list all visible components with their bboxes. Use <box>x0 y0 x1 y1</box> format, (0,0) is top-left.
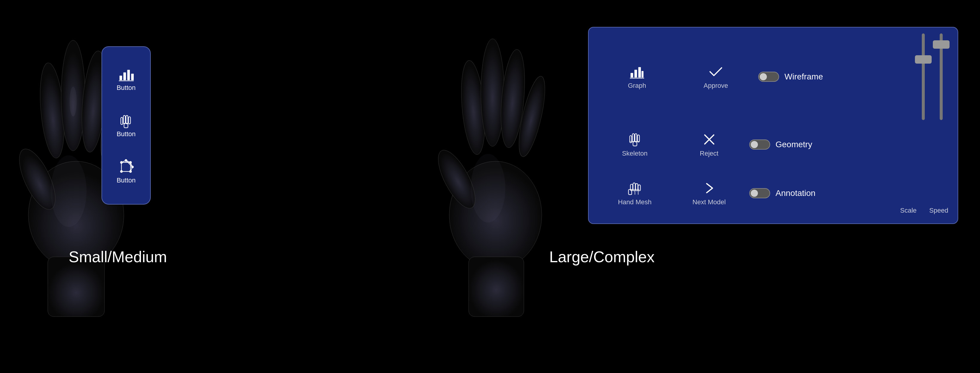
svg-rect-48 <box>637 135 640 142</box>
svg-rect-40 <box>634 70 637 78</box>
approve-label: Approve <box>703 82 728 89</box>
svg-rect-56 <box>628 189 632 194</box>
svg-rect-46 <box>632 134 634 142</box>
svg-rect-10 <box>124 72 126 80</box>
svg-rect-47 <box>635 134 637 142</box>
svg-rect-18 <box>129 117 131 124</box>
svg-rect-11 <box>127 70 130 80</box>
action-graph[interactable]: Graph <box>598 64 676 89</box>
skeleton-hand-icon <box>118 113 134 128</box>
geometry-label: Geometry <box>776 140 812 149</box>
svg-point-8 <box>70 87 77 116</box>
svg-rect-15 <box>121 117 123 124</box>
toggle-geometry[interactable] <box>749 139 770 150</box>
action-next-model[interactable]: Next Model <box>672 180 746 206</box>
scale-slider-track[interactable] <box>922 33 925 120</box>
hand-raised-icon <box>627 180 643 196</box>
bar-chart-icon <box>118 67 134 82</box>
svg-rect-16 <box>124 116 126 124</box>
svg-rect-60 <box>638 185 640 191</box>
speed-slider-track[interactable] <box>940 33 943 120</box>
svg-point-26 <box>130 161 132 164</box>
chevron-right-icon <box>702 180 717 196</box>
x-mark-icon <box>702 132 717 147</box>
small-panel-button-1[interactable]: Button <box>117 67 136 92</box>
action-hand-mesh[interactable]: Hand Mesh <box>598 180 672 206</box>
svg-line-24 <box>126 161 132 167</box>
svg-point-29 <box>125 159 127 161</box>
next-model-label: Next Model <box>692 198 725 206</box>
action-skeleton[interactable]: Skeleton <box>598 132 672 157</box>
hand-mesh-label: Hand Mesh <box>618 198 652 206</box>
skeleton-label: Skeleton <box>622 150 648 157</box>
svg-rect-12 <box>131 73 134 80</box>
speed-slider-label: Speed <box>929 207 947 214</box>
graph-label: Graph <box>628 82 646 89</box>
right-large-hand <box>433 6 558 320</box>
svg-rect-39 <box>630 73 633 77</box>
toggle-annotation-row: Annotation <box>746 188 898 198</box>
small-panel: Button Button Button <box>102 46 151 204</box>
checkmark-icon <box>708 64 724 80</box>
large-complex-label: Large/Complex <box>549 248 655 266</box>
svg-point-38 <box>471 154 505 223</box>
toggle-annotation[interactable] <box>749 188 770 198</box>
small-panel-button-1-label: Button <box>117 84 136 92</box>
action-reject[interactable]: Reject <box>672 132 746 157</box>
svg-rect-17 <box>126 116 128 124</box>
svg-rect-6 <box>48 257 105 317</box>
skeleton-hand-icon-large <box>627 132 643 147</box>
wireframe-label: Wireframe <box>784 72 823 81</box>
svg-point-27 <box>121 171 123 173</box>
scale-slider-label: Scale <box>899 207 917 214</box>
small-panel-button-2-label: Button <box>117 130 136 138</box>
svg-point-28 <box>130 171 132 173</box>
scale-slider-thumb[interactable] <box>915 55 932 64</box>
graph-icon <box>629 64 645 80</box>
svg-point-7 <box>51 155 87 227</box>
cube-skeleton-icon <box>118 159 134 175</box>
svg-point-34 <box>481 39 504 146</box>
sliders-area <box>916 33 949 120</box>
svg-point-25 <box>121 161 123 164</box>
svg-rect-9 <box>120 76 123 80</box>
toggle-wireframe[interactable] <box>758 72 779 82</box>
svg-point-30 <box>132 166 134 168</box>
small-panel-button-3-label: Button <box>117 177 136 184</box>
svg-rect-37 <box>469 257 524 317</box>
toggle-geometry-row: Geometry <box>746 139 898 150</box>
small-medium-label: Small/Medium <box>68 248 167 266</box>
svg-rect-41 <box>638 67 641 78</box>
small-panel-button-2[interactable]: Button <box>117 113 136 138</box>
large-panel: Graph Approve Wireframe <box>588 27 958 224</box>
speed-slider-thumb[interactable] <box>933 40 950 49</box>
reject-label: Reject <box>700 150 718 157</box>
svg-rect-42 <box>641 71 644 78</box>
toggle-wireframe-row: Wireframe <box>755 72 916 82</box>
small-panel-button-3[interactable]: Button <box>117 159 136 184</box>
annotation-label: Annotation <box>776 188 816 198</box>
action-approve[interactable]: Approve <box>676 64 755 89</box>
